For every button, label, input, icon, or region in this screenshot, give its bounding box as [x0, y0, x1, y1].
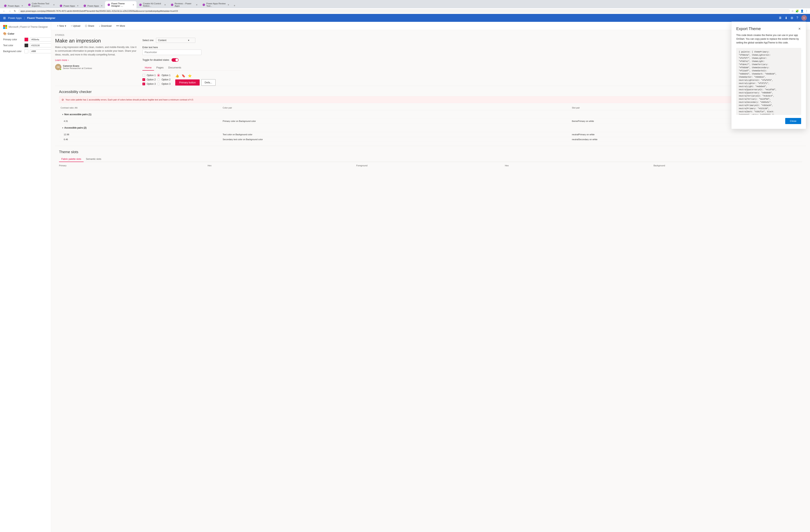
col-pair: Color pair: [221, 105, 570, 110]
radio-option-3: Option 3: [157, 83, 171, 85]
upload-button[interactable]: ↑ Upload: [69, 23, 82, 28]
export-close-x-button[interactable]: ✕: [798, 27, 801, 31]
refresh-button[interactable]: ↻: [13, 9, 17, 13]
thumbup-icon[interactable]: 👍: [175, 74, 179, 78]
share-icon: ⬡: [85, 24, 87, 27]
options-grid: Option 1 Option 1 ✓ Option 2: [142, 74, 171, 85]
checkbox-label-2: Option 2: [147, 78, 156, 81]
radio-3[interactable]: [157, 83, 160, 85]
chevron-down-icon: ▾: [65, 24, 66, 27]
action-icons: 👍 🔖 ⭐: [175, 74, 215, 78]
text-input-field[interactable]: [142, 50, 201, 55]
export-title: Export Theme: [736, 27, 761, 31]
pivot-documents[interactable]: Documents: [166, 65, 184, 70]
tab-close-0[interactable]: ✕: [21, 5, 23, 7]
button-row: Primary button Defa...: [175, 79, 215, 86]
bg-color-swatch[interactable]: [25, 49, 28, 53]
slot-tab-fabric[interactable]: Fabric palette slots: [59, 156, 84, 162]
user-avatar-preview: CE: [55, 64, 61, 70]
radio-1[interactable]: [157, 74, 160, 77]
bg-color-input[interactable]: [30, 49, 51, 53]
nav-page-title: Fluent Theme Designer: [27, 17, 55, 19]
checkbox-option-2: ✓ Option 2: [142, 78, 156, 81]
controls-row: Option 1 Option 1 ✓ Option 2: [142, 74, 241, 86]
text-color-swatch[interactable]: [25, 44, 28, 47]
menu-icon[interactable]: ⋮: [805, 10, 808, 13]
tab-3[interactable]: 🟣 Power Apps ✕: [81, 3, 105, 8]
export-panel: Export Theme ✕ This code block creates t…: [731, 22, 806, 129]
accessible-row-1: 6.46 Secondary text color on Background …: [59, 137, 802, 142]
primary-color-swatch[interactable]: [25, 37, 28, 41]
stories-right: Select one Content ▾ Enter text here: [142, 38, 241, 86]
radio-2[interactable]: [157, 78, 160, 81]
error-icon: ⊘: [62, 98, 64, 101]
tab-0[interactable]: 🟣 Power Apps ✕: [2, 3, 26, 8]
checkbox-2[interactable]: ✓: [142, 78, 145, 81]
tab-close-6[interactable]: ✕: [196, 4, 197, 6]
settings-icon[interactable]: ⚙: [791, 16, 793, 20]
text-color-input[interactable]: [30, 44, 51, 47]
chevron-down-accessible: ▾: [62, 127, 63, 129]
slot-col-hex1: Hex: [208, 164, 356, 167]
tab-4[interactable]: 🟣 Fluent Theme Designer -... ✕: [105, 1, 136, 8]
tab-2[interactable]: 🟣 Power Apps ✕: [57, 3, 81, 8]
tab-close-2[interactable]: ✕: [77, 5, 79, 7]
export-close-button[interactable]: Close: [785, 118, 801, 124]
learn-more-link[interactable]: Learn more ›: [55, 59, 138, 62]
bookmark-icon[interactable]: ☆: [791, 10, 794, 13]
waffle-icon[interactable]: ⊞: [3, 16, 6, 20]
export-code-block[interactable]: { palette: { themePrimary: "#f00e4a", th…: [736, 48, 801, 115]
bookmark-action-icon[interactable]: 🔖: [181, 74, 185, 78]
accessible-ratio-1: 6.46: [59, 137, 221, 142]
tab-7[interactable]: 🟣 Power Apps Review Tool... ✕: [200, 1, 231, 8]
tab-close-1[interactable]: ✕: [53, 4, 55, 6]
tab-close-4[interactable]: ✕: [133, 4, 134, 6]
tab-label-2: Power Apps: [64, 5, 75, 7]
url-input[interactable]: [18, 9, 790, 13]
share-button[interactable]: ⬡ Share: [83, 23, 96, 28]
sidebar-logo-text: Microsoft | Fluent UI Theme Designer: [9, 26, 48, 28]
tab-label-3: Power Apps: [87, 5, 99, 7]
new-button[interactable]: + New ▾: [55, 23, 68, 28]
default-button[interactable]: Defa...: [201, 79, 215, 86]
checkbox-1[interactable]: [142, 74, 145, 77]
tab-close-7[interactable]: ✕: [228, 4, 229, 6]
checkbox-3[interactable]: ✓: [142, 83, 145, 85]
pivot-home[interactable]: Home: [142, 65, 154, 70]
back-button[interactable]: ←: [2, 9, 6, 13]
extension-icon[interactable]: 🧩: [795, 10, 799, 13]
tab-close-5[interactable]: ✕: [164, 4, 166, 6]
more-button[interactable]: ••• More: [114, 23, 127, 28]
text-color-row: Text color: [3, 44, 48, 47]
contrast-table: Contrast ratio: AA Color pair Slot pair …: [59, 105, 802, 142]
primary-button[interactable]: Primary button: [175, 80, 200, 85]
slot-tab-semantic[interactable]: Semantic slots: [84, 156, 104, 162]
accessible-header[interactable]: ▾ Accessible pairs (2): [61, 125, 800, 131]
download-button[interactable]: ↓ Download: [97, 23, 113, 28]
profile-icon[interactable]: 👤: [800, 10, 804, 13]
tab-5[interactable]: 🟣 Creator Kit Control Refere... ✕: [137, 1, 168, 8]
user-avatar[interactable]: U: [801, 15, 807, 21]
primary-color-input[interactable]: [30, 37, 51, 41]
toggle-thumb: [176, 59, 178, 61]
tab-1[interactable]: 🟣 Code Review Tool Experim... ✕: [26, 1, 57, 8]
select-dropdown[interactable]: Content ▾: [156, 38, 195, 43]
new-tab-button[interactable]: +: [232, 3, 237, 8]
forward-button[interactable]: →: [7, 9, 12, 13]
pivot-pages[interactable]: Pages: [154, 65, 166, 70]
star-icon[interactable]: ⭐: [188, 74, 192, 78]
download-nav-icon[interactable]: ⬇: [785, 16, 788, 20]
non-accessible-label: Non accessible pairs (1): [64, 113, 91, 116]
tab-6[interactable]: 🟣 Reviews – Power Apps ✕: [168, 1, 200, 8]
tab-label-0: Power Apps: [8, 5, 19, 7]
tab-close-3[interactable]: ✕: [101, 5, 102, 7]
slot-col-primary: Primary: [59, 164, 208, 167]
preview-area: STORIES Make an impression Make a big im…: [51, 30, 810, 174]
non-accessible-header[interactable]: ▾ Non accessible pairs (1): [61, 112, 800, 117]
help-icon[interactable]: ?: [796, 16, 798, 20]
tab-favicon-7: 🟣: [202, 3, 205, 6]
select-value: Content: [158, 39, 166, 42]
radio-label-3: Option 3: [161, 83, 171, 85]
toggle-switch[interactable]: [172, 58, 179, 62]
monitor-icon[interactable]: 🖥: [779, 16, 782, 20]
